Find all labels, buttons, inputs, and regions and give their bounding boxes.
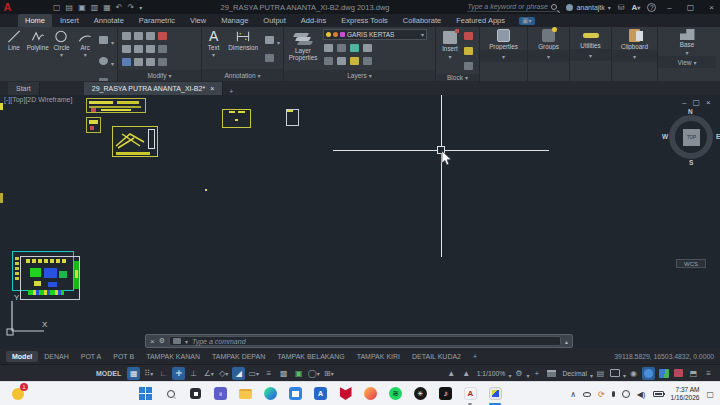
file-tab-drawing[interactable]: 29_RASYA PUTRA ANANTA_XI-B2* × bbox=[84, 82, 223, 95]
lineweight-toggle-icon[interactable]: ≡ bbox=[262, 367, 275, 380]
layer-unlock-tool-icon[interactable] bbox=[350, 57, 359, 65]
autocad-logo-icon[interactable]: A bbox=[0, 0, 15, 14]
customization-menu-icon[interactable]: ≡ bbox=[702, 367, 715, 380]
start-button[interactable] bbox=[138, 386, 153, 401]
clock[interactable]: 7:37 AM 1/16/2026 bbox=[671, 386, 700, 403]
microsoft-store-button[interactable] bbox=[288, 386, 303, 401]
block-attributes-icon[interactable] bbox=[464, 62, 473, 70]
copy-tool-icon[interactable] bbox=[122, 45, 131, 53]
firefox-button[interactable] bbox=[363, 386, 378, 401]
new-tab-button[interactable]: + bbox=[223, 88, 239, 95]
ribbon-tab-home[interactable]: Home bbox=[18, 14, 52, 27]
lineweight-units-icon[interactable] bbox=[545, 367, 558, 380]
ribbon-tab-view[interactable]: View bbox=[183, 14, 213, 27]
ribbon-tab-insert[interactable]: Insert bbox=[53, 14, 86, 27]
autoscale-icon[interactable]: ▲ bbox=[460, 367, 473, 380]
chevron-down-icon[interactable] bbox=[685, 49, 688, 56]
update-sync-tray-icon[interactable]: ⟳ bbox=[598, 390, 605, 399]
rectangle-tool[interactable] bbox=[98, 31, 114, 49]
group-tool[interactable]: Groups bbox=[528, 27, 569, 50]
qat-customize-icon[interactable] bbox=[139, 3, 142, 12]
share-icon[interactable]: ◉ bbox=[627, 367, 640, 380]
rotate-tool-icon[interactable] bbox=[134, 32, 143, 40]
fillet-tool-icon[interactable] bbox=[146, 45, 155, 53]
layer-properties-tool[interactable]: Layer Properties bbox=[287, 29, 319, 62]
ribbon-tab-output[interactable]: Output bbox=[256, 14, 293, 27]
ellipse-tool[interactable] bbox=[98, 52, 114, 70]
save-as-icon[interactable]: ▥ bbox=[91, 3, 99, 12]
privacy-eye-tray-icon[interactable] bbox=[583, 392, 591, 397]
close-tab-icon[interactable]: × bbox=[210, 85, 214, 92]
layout-tab-model[interactable]: Model bbox=[6, 351, 38, 362]
ribbon-tab-addins[interactable]: Add-ins bbox=[294, 14, 333, 27]
notification-center-icon[interactable]: ▢ bbox=[706, 390, 714, 399]
viewport-restore-icon[interactable]: ▢ bbox=[692, 98, 700, 107]
teams-chat-button[interactable]: ii bbox=[213, 386, 228, 401]
insert-block-tool[interactable]: Insert bbox=[439, 29, 461, 60]
create-block-icon[interactable] bbox=[464, 32, 473, 40]
annotation-panel-label[interactable]: Annotation bbox=[202, 69, 283, 81]
annotation-visibility-icon[interactable]: ▲ bbox=[445, 367, 458, 380]
command-input[interactable]: Type a command bbox=[169, 336, 561, 346]
ribbon-tab-manage[interactable]: Manage bbox=[214, 14, 255, 27]
polar-tracking-icon[interactable]: ∠ bbox=[202, 367, 215, 380]
open-file-icon[interactable]: ▤ bbox=[66, 3, 74, 12]
infer-constraints-icon[interactable]: ∟ bbox=[157, 367, 170, 380]
edge-browser-button[interactable] bbox=[263, 386, 278, 401]
layer-freeze-sun-icon[interactable] bbox=[333, 32, 338, 37]
command-line-bar[interactable]: × ⚙ Type a command ▴ bbox=[145, 334, 573, 348]
ribbon-tab-collaborate[interactable]: Collaborate bbox=[396, 14, 448, 27]
paste-tool[interactable]: Clipboard bbox=[612, 27, 657, 50]
ribbon-tab-featured-apps[interactable]: Featured Apps bbox=[449, 14, 512, 27]
layout-tab-denah[interactable]: DENAH bbox=[38, 351, 75, 362]
spotify-button[interactable]: ≋ bbox=[388, 386, 403, 401]
file-explorer-button[interactable] bbox=[238, 386, 253, 401]
dynamic-ucs-icon[interactable]: ⊞ bbox=[322, 367, 335, 380]
file-tab-start[interactable]: Start bbox=[8, 82, 40, 95]
dynamic-input-icon[interactable]: ✛ bbox=[172, 367, 185, 380]
selection-cycling-icon[interactable]: ▣ bbox=[292, 367, 305, 380]
active-cad-window-button[interactable] bbox=[488, 386, 503, 401]
ortho-mode-icon[interactable]: ⊥ bbox=[187, 367, 200, 380]
redo-icon[interactable]: ↷ bbox=[128, 3, 135, 12]
model-space-canvas[interactable]: [-][Top][2D Wireframe] bbox=[0, 95, 720, 348]
ribbon-tab-parametric[interactable]: Parametric bbox=[132, 14, 182, 27]
properties-tool[interactable]: Properties bbox=[480, 27, 527, 50]
circle-tool[interactable]: Circle bbox=[51, 29, 73, 58]
clean-screen-icon[interactable]: ⬒ bbox=[687, 367, 700, 380]
chevron-down-icon[interactable] bbox=[185, 337, 188, 346]
layer-off-tool-icon[interactable] bbox=[324, 44, 333, 52]
network-tray-icon[interactable] bbox=[622, 390, 630, 398]
battery-tray-icon[interactable] bbox=[653, 391, 664, 397]
undo-icon[interactable]: ↶ bbox=[116, 3, 123, 12]
layer-color-swatch[interactable] bbox=[340, 32, 345, 37]
layers-panel-label[interactable]: Layers bbox=[284, 70, 435, 81]
mirror-tool-icon[interactable] bbox=[134, 45, 143, 53]
polyline-tool[interactable]: Polyline bbox=[27, 29, 49, 51]
layout-tab-pot-a[interactable]: POT A bbox=[75, 351, 108, 362]
transparency-toggle-icon[interactable]: ▩ bbox=[277, 367, 290, 380]
layer-lock-tool-icon[interactable] bbox=[363, 44, 372, 52]
clipboard-panel-expander[interactable] bbox=[612, 50, 657, 62]
array-tool-icon[interactable] bbox=[146, 58, 155, 66]
task-view-button[interactable] bbox=[188, 386, 203, 401]
ribbon-tab-annotate[interactable]: Annotate bbox=[87, 14, 131, 27]
object-snap-icon[interactable]: ▭ bbox=[247, 367, 260, 380]
ribbon-display-toggle-icon[interactable]: ▣ bbox=[519, 17, 535, 25]
help-icon[interactable]: ? bbox=[647, 3, 656, 12]
stretch-tool-icon[interactable] bbox=[122, 58, 131, 66]
layout-tab-pot-b[interactable]: POT B bbox=[107, 351, 140, 362]
help-search-field[interactable]: Type a keyword or phrase bbox=[467, 2, 559, 12]
tray-expand-chevron-icon[interactable]: ∧ bbox=[570, 390, 576, 399]
isodraft-icon[interactable]: ◇ bbox=[217, 367, 230, 380]
trim-tool-icon[interactable] bbox=[146, 32, 155, 40]
annotation-monitor-icon[interactable]: + bbox=[530, 367, 543, 380]
arc-tool[interactable]: Arc bbox=[74, 29, 96, 58]
graphics-monitor-icon[interactable] bbox=[609, 367, 622, 380]
microphone-tray-icon[interactable] bbox=[612, 391, 615, 397]
dimension-tool[interactable]: Dimension bbox=[228, 29, 258, 51]
text-tool[interactable]: A Text bbox=[205, 29, 222, 58]
viewcube-north[interactable]: N bbox=[688, 108, 693, 115]
viewcube-top-face[interactable]: TOP bbox=[683, 129, 700, 146]
wcs-menu[interactable]: WCS bbox=[676, 259, 706, 268]
